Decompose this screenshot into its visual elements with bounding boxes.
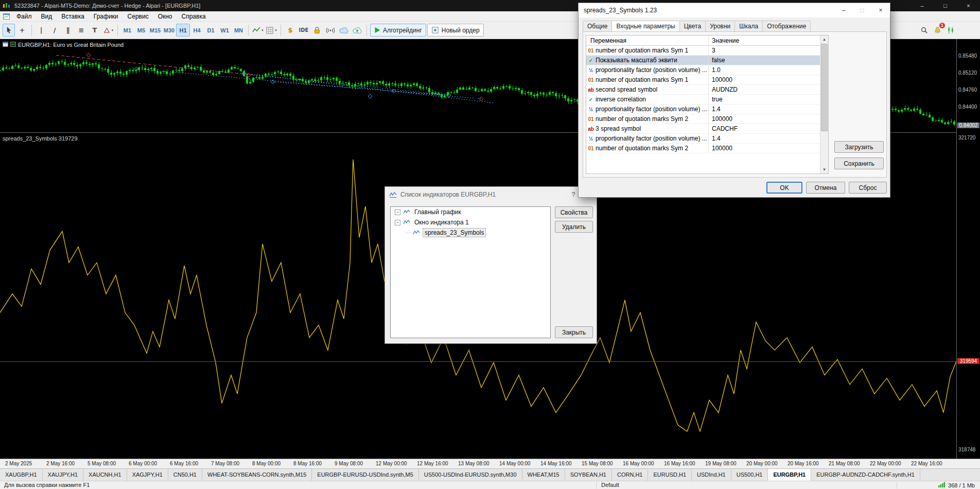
symbol-tab-USDInd-H1[interactable]: USDInd,H1 xyxy=(692,469,731,481)
timeframe-W1-button[interactable]: W1 xyxy=(218,24,232,37)
param-row-7[interactable]: ½proportionality factor (position volume… xyxy=(586,104,820,114)
tree-item-3[interactable]: spreads_23_Symbols xyxy=(391,228,550,238)
param-row-3[interactable]: ½proportionality factor (position volume… xyxy=(586,65,820,75)
price-scale[interactable]: 0.854800.851200.847600.844000.8400232172… xyxy=(956,39,980,459)
menu-item-5[interactable]: Сервис xyxy=(123,13,153,20)
template-button[interactable]: ▾ xyxy=(265,24,277,37)
param-value[interactable]: 1.4 xyxy=(708,104,820,114)
notifications-button[interactable]: 1 xyxy=(931,24,943,37)
close-button[interactable]: Закрыть xyxy=(555,326,593,338)
cloud-upload-button[interactable] xyxy=(338,24,350,37)
symbol-tab-EURUSD-H1[interactable]: EURUSD,H1 xyxy=(648,469,692,481)
menu-item-2[interactable]: Вид xyxy=(37,13,57,20)
param-value[interactable]: false xyxy=(708,56,820,65)
timeframe-M30-button[interactable]: M30 xyxy=(162,24,176,37)
tree-item-1[interactable]: −Главный график xyxy=(391,207,550,217)
symbol-tab-XAGJPY-H1[interactable]: XAGJPY,H1 xyxy=(127,469,168,481)
symbol-tab-XAUJPY-H1[interactable]: XAUJPY,H1 xyxy=(43,469,84,481)
delete-button[interactable]: Удалить xyxy=(555,221,593,233)
param-row-8[interactable]: 01number of quotation marks Sym 2100000 xyxy=(586,114,820,124)
menu-item-7[interactable]: Справка xyxy=(177,13,211,20)
dialog-maximize-button[interactable]: □ xyxy=(853,3,871,18)
dialog-titlebar[interactable]: spreads_23_Symbols 1.23 – □ × xyxy=(579,3,890,18)
scrollbar-thumb[interactable] xyxy=(821,44,828,131)
window-minimize-button[interactable]: – xyxy=(911,0,934,11)
market-watch-button[interactable] xyxy=(944,24,957,37)
cursor-button[interactable] xyxy=(3,24,15,37)
tree-collapse-toggle[interactable]: − xyxy=(395,220,400,225)
param-row-4[interactable]: 01number of quotation marks Sym 1100000 xyxy=(586,75,820,85)
timeframe-M5-button[interactable]: M5 xyxy=(134,24,148,37)
symbol-tab-EURGBP-H1[interactable]: EURGBP,H1 xyxy=(768,469,811,481)
menu-item-4[interactable]: Графики xyxy=(89,13,123,20)
param-row-10[interactable]: ½proportionality factor (position volume… xyxy=(586,134,820,144)
menu-item-6[interactable]: Окно xyxy=(153,13,177,20)
symbol-tab-XAUGBP-H1[interactable]: XAUGBP,H1 xyxy=(0,469,43,481)
fibonacci-button[interactable]: ≡ xyxy=(75,24,87,37)
save-button[interactable]: Сохранить xyxy=(834,158,884,169)
scroll-up-arrow[interactable]: ▲ xyxy=(820,36,828,43)
tab-входные-параметры[interactable]: Входные параметры xyxy=(611,21,679,31)
lock-charts-button[interactable] xyxy=(311,24,323,37)
param-value[interactable]: 3 xyxy=(708,46,820,55)
properties-button[interactable]: Свойства xyxy=(555,206,593,218)
crosshair-button[interactable]: + xyxy=(16,24,28,37)
chart-type-button[interactable]: ▾ xyxy=(252,24,264,37)
param-row-9[interactable]: ab3 spread symbolCADCHF xyxy=(586,124,820,134)
tab-общие[interactable]: Общие xyxy=(583,21,612,31)
load-button[interactable]: Загрузить xyxy=(834,141,884,153)
param-row-1[interactable]: 01number of quotation marks Sym 13 xyxy=(586,46,820,56)
symbol-tab-WHEAT-SOYBEANS-CORN-synth-M15[interactable]: WHEAT-SOYBEANS-CORN.synth,M15 xyxy=(202,469,312,481)
param-row-11[interactable]: 01number of quotation marks Sym 2100000 xyxy=(586,144,820,153)
param-value[interactable]: AUDNZD xyxy=(708,85,820,94)
param-value[interactable]: 1.0 xyxy=(708,65,820,75)
menu-item-1[interactable]: Файл xyxy=(12,13,37,20)
param-value[interactable]: CADCHF xyxy=(708,124,820,133)
symbol-tab-WHEAT-M15[interactable]: WHEAT,M15 xyxy=(522,469,565,481)
symbol-tab-US500-H1[interactable]: US500,H1 xyxy=(731,469,768,481)
dialog-minimize-button[interactable]: – xyxy=(834,3,853,18)
tab-цвета[interactable]: Цвета xyxy=(679,21,706,31)
timeframe-MN-button[interactable]: MN xyxy=(232,24,246,37)
param-row-5[interactable]: absecond spread symbolAUDNZD xyxy=(586,85,820,95)
timeframe-H4-button[interactable]: H4 xyxy=(190,24,204,37)
symbol-tab-CORN-H1[interactable]: CORN,H1 xyxy=(612,469,649,481)
scroll-down-arrow[interactable]: ▼ xyxy=(820,166,828,173)
tree-collapse-toggle[interactable]: − xyxy=(395,209,400,215)
new-order-button[interactable]: Новый ордер xyxy=(427,24,484,37)
symbol-tab-EURGBP-AUDNZD-CADCHF-synth-H1[interactable]: EURGBP-AUDNZD-CADCHF.synth,H1 xyxy=(811,469,920,481)
menu-item-3[interactable]: Вставка xyxy=(57,13,89,20)
param-value[interactable]: 100000 xyxy=(708,114,820,124)
window-icon-2[interactable] xyxy=(10,42,16,48)
chevron-down-icon[interactable]: ▾ xyxy=(275,28,277,32)
time-axis[interactable]: 2 May 20252 May 16:005 May 08:006 May 00… xyxy=(0,459,980,468)
cancel-button[interactable]: Отмена xyxy=(806,182,845,194)
window-icon-1[interactable] xyxy=(3,42,8,48)
tab-отображение[interactable]: Отображение xyxy=(762,21,811,31)
table-scrollbar[interactable]: ▲ ▼ xyxy=(820,36,828,173)
param-row-2[interactable]: ✓Показывать масштаб эквитиfalse xyxy=(586,56,820,65)
symbol-tab-EURGBP-EURUSD-USDInd-synth-M5[interactable]: EURGBP-EURUSD-USDInd.synth,M5 xyxy=(312,469,418,481)
symbol-tab-CN50-H1[interactable]: CN50,H1 xyxy=(168,469,202,481)
timeframe-M1-button[interactable]: M1 xyxy=(120,24,134,37)
param-value[interactable]: 100000 xyxy=(708,75,820,84)
ok-button[interactable]: OK xyxy=(766,182,802,194)
symbol-tab-XAUCNH-H1[interactable]: XAUCNH,H1 xyxy=(83,469,127,481)
text-label-button[interactable]: T xyxy=(89,24,101,37)
trendline-button[interactable]: / xyxy=(48,24,61,37)
symbol-tab-SOYBEAN-H1[interactable]: SOYBEAN,H1 xyxy=(565,469,612,481)
timeframe-H1-button[interactable]: H1 xyxy=(176,24,190,37)
param-value[interactable]: 1.4 xyxy=(708,134,820,143)
tab-уровни[interactable]: Уровни xyxy=(705,21,735,31)
equidistant-channel-button[interactable]: ∥ xyxy=(62,24,74,37)
param-value[interactable]: 100000 xyxy=(708,144,820,153)
param-row-6[interactable]: ✓inverse correlationtrue xyxy=(586,95,820,104)
statusbar-profile[interactable]: Default xyxy=(601,482,619,488)
search-button[interactable] xyxy=(918,24,930,37)
window-maximize-button[interactable]: □ xyxy=(934,0,957,11)
dialog-titlebar[interactable]: Список индикаторов EURGBP,H1 ? × xyxy=(385,187,597,202)
quotes-button[interactable]: $ xyxy=(284,24,296,37)
tab-шкала[interactable]: Шкала xyxy=(734,21,763,31)
shapes-button[interactable]: ▾ xyxy=(102,24,114,37)
reset-button[interactable]: Сброс xyxy=(849,182,887,194)
